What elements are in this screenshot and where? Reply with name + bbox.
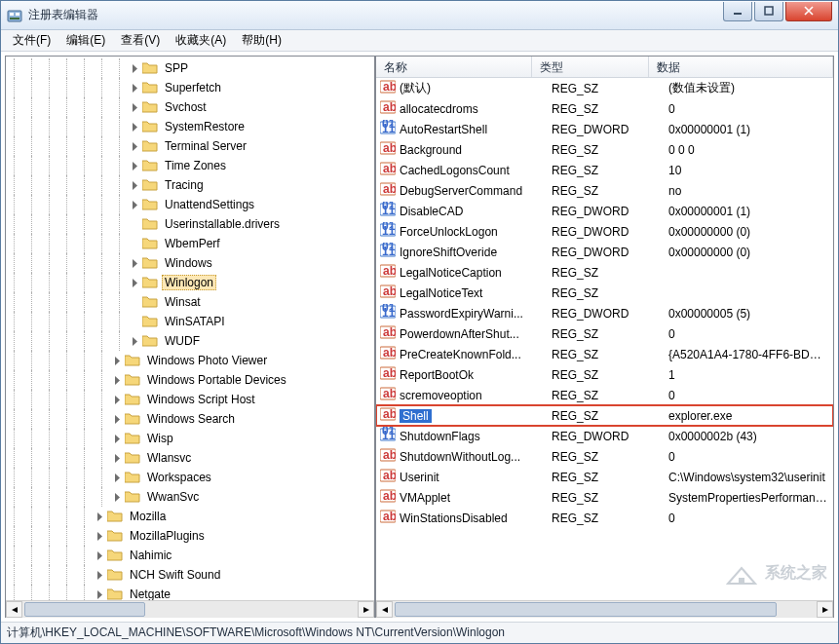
expander-icon[interactable]: [111, 491, 123, 503]
value-row[interactable]: ShutdownWithoutLog...REG_SZ0: [376, 446, 833, 467]
expander-icon[interactable]: [111, 374, 123, 386]
tree-item[interactable]: WbemPerf: [6, 234, 374, 253]
expander-icon[interactable]: [94, 569, 105, 581]
value-row[interactable]: LegalNoticeTextREG_SZ: [376, 283, 833, 303]
column-data[interactable]: 数据: [649, 57, 833, 77]
tree-item[interactable]: MozillaPlugins: [6, 526, 374, 546]
value-row[interactable]: DisableCADREG_DWORD0x00000001 (1): [376, 201, 833, 221]
scroll-track[interactable]: [22, 601, 358, 618]
tree-item[interactable]: Nahimic: [6, 546, 374, 565]
column-name[interactable]: 名称: [376, 57, 532, 77]
tree-item[interactable]: Winlogon: [6, 273, 374, 292]
tree-item[interactable]: Wisp: [6, 429, 374, 448]
scroll-thumb[interactable]: [395, 602, 777, 617]
expander-icon[interactable]: [129, 277, 140, 288]
tree-item[interactable]: Superfetch: [6, 78, 374, 97]
expander-icon[interactable]: [129, 62, 140, 74]
scroll-right-icon[interactable]: ▸: [358, 601, 374, 618]
value-row[interactable]: ReportBootOkREG_SZ1: [376, 364, 833, 385]
value-row[interactable]: DebugServerCommandREG_SZno: [376, 180, 833, 201]
value-row[interactable]: scremoveoptionREG_SZ0: [376, 385, 833, 405]
menu-edit[interactable]: 编辑(E): [58, 30, 113, 51]
tree-item[interactable]: Windows Portable Devices: [6, 370, 374, 390]
expander-icon[interactable]: [111, 413, 123, 425]
tree-item[interactable]: WwanSvc: [6, 487, 374, 507]
tree-item[interactable]: Mozilla: [6, 507, 374, 526]
expander-icon[interactable]: [94, 511, 105, 522]
expander-icon[interactable]: [129, 82, 140, 94]
value-row[interactable]: ShellREG_SZexplorer.exe: [376, 405, 833, 426]
titlebar[interactable]: 注册表编辑器: [1, 1, 838, 30]
tree-item[interactable]: Windows: [6, 253, 374, 273]
menu-file[interactable]: 文件(F): [5, 30, 58, 51]
expander-icon[interactable]: [129, 121, 140, 133]
expander-icon[interactable]: [111, 452, 123, 464]
value-row[interactable]: PasswordExpiryWarni...REG_DWORD0x0000000…: [376, 303, 833, 323]
tree-item[interactable]: SystemRestore: [6, 117, 374, 136]
column-type[interactable]: 类型: [532, 57, 649, 77]
expander-icon[interactable]: [111, 472, 123, 483]
expander-icon[interactable]: [129, 257, 140, 269]
list-scrollbar[interactable]: ◂ ▸: [376, 600, 833, 617]
menu-help[interactable]: 帮助(H): [234, 30, 289, 51]
tree-item[interactable]: UnattendSettings: [6, 195, 374, 214]
scroll-left-icon[interactable]: ◂: [6, 601, 22, 618]
tree-scrollbar[interactable]: ◂ ▸: [6, 600, 374, 617]
close-button[interactable]: [785, 2, 832, 21]
tree-item[interactable]: Windows Script Host: [6, 390, 374, 409]
window: 注册表编辑器 文件(F) 编辑(E) 查看(V) 收藏夹(A) 帮助(H) SP…: [0, 0, 839, 644]
tree-item[interactable]: Windows Photo Viewer: [6, 351, 374, 370]
value-row[interactable]: BackgroundREG_SZ0 0 0: [376, 139, 833, 160]
value-row[interactable]: AutoRestartShellREG_DWORD0x00000001 (1): [376, 119, 833, 139]
expander-icon[interactable]: [129, 199, 140, 210]
scroll-left-icon[interactable]: ◂: [376, 601, 393, 618]
expander-icon[interactable]: [129, 160, 140, 171]
value-row[interactable]: ForceUnlockLogonREG_DWORD0x00000000 (0): [376, 221, 833, 242]
value-row[interactable]: PowerdownAfterShut...REG_SZ0: [376, 323, 833, 344]
tree-item[interactable]: Time Zones: [6, 156, 374, 175]
value-row[interactable]: ShutdownFlagsREG_DWORD0x0000002b (43): [376, 426, 833, 446]
menu-view[interactable]: 查看(V): [113, 30, 168, 51]
value-row[interactable]: IgnoreShiftOverideREG_DWORD0x00000000 (0…: [376, 242, 833, 262]
expander-icon[interactable]: [94, 588, 105, 600]
maximize-button[interactable]: [754, 2, 783, 21]
value-row[interactable]: WinStationsDisabledREG_SZ0: [376, 508, 833, 528]
value-row[interactable]: allocatecdromsREG_SZ0: [376, 98, 833, 119]
expander-icon[interactable]: [94, 549, 105, 561]
expander-icon[interactable]: [129, 335, 140, 347]
value-row[interactable]: UserinitREG_SZC:\Windows\system32\userin…: [376, 467, 833, 487]
expander-icon[interactable]: [111, 433, 123, 444]
expander-icon[interactable]: [129, 179, 140, 191]
tree-item[interactable]: Workspaces: [6, 468, 374, 487]
tree-item[interactable]: Svchost: [6, 97, 374, 117]
scroll-right-icon[interactable]: ▸: [817, 601, 833, 618]
value-data: 0x00000000 (0): [668, 225, 833, 239]
minimize-button[interactable]: [723, 2, 752, 21]
tree-item[interactable]: WinSATAPI: [6, 312, 374, 331]
values-list[interactable]: 名称 类型 数据 (默认)REG_SZ(数值未设置)allocatecdroms…: [376, 57, 833, 600]
expander-icon[interactable]: [94, 530, 105, 542]
value-row[interactable]: CachedLogonsCountREG_SZ10: [376, 160, 833, 180]
registry-tree[interactable]: SPPSuperfetchSvchostSystemRestoreTermina…: [6, 57, 374, 600]
tree-item[interactable]: Tracing: [6, 175, 374, 195]
expander-icon[interactable]: [129, 140, 140, 152]
menu-favorites[interactable]: 收藏夹(A): [168, 30, 234, 51]
tree-item[interactable]: Netgate: [6, 585, 374, 600]
value-row[interactable]: PreCreateKnownFold...REG_SZ{A520A1A4-178…: [376, 344, 833, 364]
tree-item[interactable]: Wlansvc: [6, 448, 374, 468]
expander-icon[interactable]: [111, 355, 123, 366]
expander-icon[interactable]: [111, 394, 123, 405]
tree-item[interactable]: SPP: [6, 58, 374, 78]
value-row[interactable]: (默认)REG_SZ(数值未设置): [376, 78, 833, 98]
scroll-thumb[interactable]: [24, 602, 145, 617]
scroll-track[interactable]: [393, 601, 817, 618]
expander-icon[interactable]: [129, 101, 140, 113]
tree-item[interactable]: Userinstallable.drivers: [6, 214, 374, 234]
tree-item[interactable]: Winsat: [6, 292, 374, 312]
tree-item[interactable]: Windows Search: [6, 409, 374, 429]
tree-item[interactable]: NCH Swift Sound: [6, 565, 374, 585]
tree-item[interactable]: Terminal Server: [6, 136, 374, 156]
tree-item[interactable]: WUDF: [6, 331, 374, 351]
value-row[interactable]: VMAppletREG_SZSystemPropertiesPerformanc…: [376, 487, 833, 508]
value-row[interactable]: LegalNoticeCaptionREG_SZ: [376, 262, 833, 283]
